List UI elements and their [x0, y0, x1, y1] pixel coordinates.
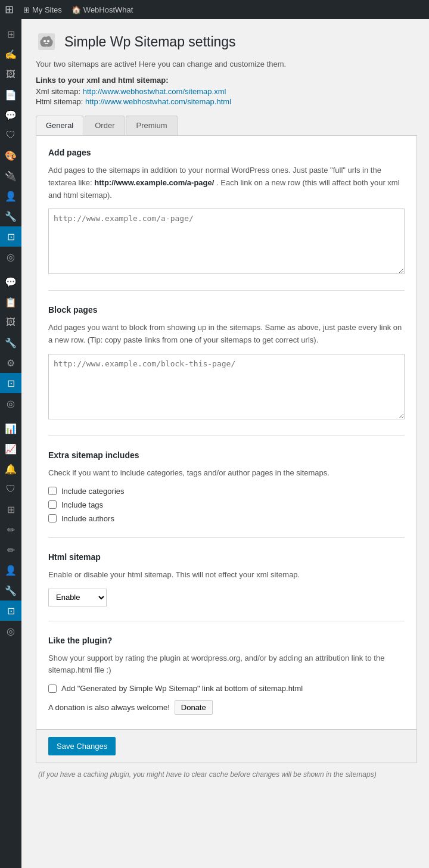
donation-text: A donation is also always welcome! — [48, 703, 170, 712]
like-plugin-desc: Show your support by rating the plugin a… — [48, 652, 405, 677]
sidebar-icon-sitemap2[interactable]: ⊡ — [0, 373, 21, 393]
intro-text: Your two sitemaps are active! Here you c… — [36, 60, 417, 69]
html-sitemap-desc: Enable or disable your html sitemap. Thi… — [48, 569, 405, 581]
divider-1 — [48, 290, 405, 291]
include-categories-label[interactable]: Include categories — [61, 487, 125, 496]
page-title: Simple Wp Sitemap settings — [64, 34, 236, 50]
sidebar-icon-comments2[interactable]: 💬 — [0, 272, 21, 292]
donate-row: A donation is also always welcome! Donat… — [48, 700, 405, 715]
sidebar-icon-analytics2[interactable]: ◎ — [0, 393, 21, 413]
sidebar-icon-sitemap3[interactable]: ⊡ — [0, 601, 21, 621]
sidebar-icon-appearance[interactable]: 🎨 — [0, 145, 21, 166]
include-tags-label[interactable]: Include tags — [61, 500, 103, 509]
sidebar-separator-1 — [0, 267, 21, 272]
include-categories-row: Include categories — [48, 487, 405, 496]
sidebar-icon-reports[interactable]: 📊 — [0, 418, 21, 438]
tab-premium[interactable]: Premium — [126, 116, 177, 135]
page-header: Simple Wp Sitemap settings — [36, 31, 417, 52]
like-plugin-section: Like the plugin? Show your support by ra… — [48, 636, 405, 715]
sidebar-icon-media2[interactable]: 🖼 — [0, 312, 21, 332]
include-authors-row: Include authors — [48, 514, 405, 523]
add-pages-textarea[interactable] — [48, 209, 405, 274]
svg-point-1 — [43, 40, 46, 42]
divider-4 — [48, 621, 405, 621]
extra-includes-section: Extra sitemap includes Check if you want… — [48, 450, 405, 523]
settings-tabs: General Order Premium — [36, 116, 417, 135]
wp-logo-icon[interactable]: ⊞ — [5, 3, 14, 16]
sidebar-icon-analytics[interactable]: ◎ — [0, 247, 21, 267]
divider-2 — [48, 435, 405, 436]
xml-url-link[interactable]: http://www.webhostwhat.com/sitemap.xml — [83, 87, 226, 96]
html-sitemap-section: Html sitemap Enable or disable your html… — [48, 552, 405, 606]
sidebar-icon-pages[interactable]: 📄 — [0, 85, 21, 105]
sidebar-icon-dashboard[interactable]: ⊞ — [0, 24, 21, 44]
sidebar-icon-posts[interactable]: ✍ — [0, 44, 21, 64]
add-pages-desc-bold: http://www.example.com/a-page/ — [94, 178, 214, 187]
sidebar-icon-table[interactable]: ⊞ — [0, 499, 21, 519]
include-authors-checkbox[interactable] — [48, 514, 57, 522]
home-icon: 🏠 — [72, 5, 81, 14]
sidebar-icon-tools[interactable]: 🔧 — [0, 206, 21, 226]
html-label: Html sitemap: — [36, 97, 83, 106]
include-tags-checkbox[interactable] — [48, 500, 57, 509]
donate-button[interactable]: Donate — [175, 700, 213, 715]
sidebar-icon-users[interactable]: 👤 — [0, 186, 21, 206]
sidebar-icon-security[interactable]: 🛡 — [0, 125, 21, 145]
my-sites-label: My Sites — [32, 5, 62, 14]
sidebar-icon-user2[interactable]: 👤 — [0, 560, 21, 580]
settings-container: Add pages Add pages to the sitemaps in a… — [36, 135, 417, 763]
sidebar-icon-settings[interactable]: ⚙ — [0, 353, 21, 373]
sidebar-icon-media[interactable]: 🖼 — [0, 64, 21, 85]
divider-3 — [48, 537, 405, 538]
sidebar-icon-notifications[interactable]: 🔔 — [0, 459, 21, 479]
include-authors-label[interactable]: Include authors — [61, 514, 114, 523]
add-pages-section: Add pages Add pages to the sitemaps in a… — [48, 148, 405, 276]
sidebar-icon-pencil[interactable]: ✏ — [0, 519, 21, 540]
add-pages-desc: Add pages to the sitemaps in addition to… — [48, 164, 405, 201]
svg-point-2 — [47, 40, 49, 42]
extra-includes-desc: Check if you want to include categories,… — [48, 467, 405, 480]
save-section: Save Changes — [36, 729, 416, 763]
site-name-label: WebHostWhat — [83, 5, 133, 14]
page-icon — [36, 31, 57, 52]
sidebar-icon-plugins[interactable]: 🔌 — [0, 166, 21, 186]
sidebar-icon-pencil2[interactable]: ✏ — [0, 540, 21, 560]
add-pages-title: Add pages — [48, 148, 405, 157]
xml-label: Xml sitemap: — [36, 87, 80, 96]
sidebar: ⊞ ✍ 🖼 📄 💬 🛡 🎨 🔌 👤 🔧 ⊡ ◎ 💬 📋 🖼 🔧 ⚙ ⊡ ◎ 📊 … — [0, 19, 21, 868]
html-sitemap-select[interactable]: EnableDisable — [48, 589, 107, 606]
links-label: Links to your xml and html sitemap: — [36, 76, 417, 85]
attribution-link-label[interactable]: Add "Generated by Simple Wp Sitemap" lin… — [61, 684, 303, 693]
main-content: Simple Wp Sitemap settings Your two site… — [21, 19, 429, 868]
sidebar-icon-tools3[interactable]: 🔧 — [0, 580, 21, 601]
sidebar-icon-comments[interactable]: 💬 — [0, 105, 21, 125]
block-pages-textarea[interactable] — [48, 354, 405, 419]
admin-bar: ⊞ ⊞ My Sites 🏠 WebHostWhat — [0, 0, 429, 19]
sidebar-icon-tools2[interactable]: 🔧 — [0, 332, 21, 353]
sidebar-icon-pages2[interactable]: 📋 — [0, 292, 21, 312]
block-pages-title: Block pages — [48, 305, 405, 315]
like-plugin-title: Like the plugin? — [48, 636, 405, 645]
block-pages-desc: Add pages you want to block from showing… — [48, 322, 405, 347]
save-changes-button[interactable]: Save Changes — [48, 737, 116, 755]
html-sitemap-row: Html sitemap: http://www.webhostwhat.com… — [36, 97, 417, 106]
include-tags-row: Include tags — [48, 500, 405, 509]
footer-note: (If you have a caching plugin, you might… — [36, 770, 417, 779]
attribution-link-checkbox[interactable] — [48, 685, 57, 693]
sidebar-icon-sitemap[interactable]: ⊡ — [0, 226, 21, 247]
include-categories-checkbox[interactable] — [48, 487, 57, 495]
sidebar-icon-security2[interactable]: 🛡 — [0, 479, 21, 499]
sidebar-icon-analytics3[interactable]: ◎ — [0, 621, 21, 641]
xml-sitemap-row: Xml sitemap: http://www.webhostwhat.com/… — [36, 87, 417, 96]
sidebar-icon-data[interactable]: 📈 — [0, 438, 21, 459]
links-section: Links to your xml and html sitemap: Xml … — [36, 76, 417, 106]
site-name-item[interactable]: 🏠 WebHostWhat — [72, 5, 133, 14]
my-sites-icon: ⊞ — [23, 5, 30, 14]
html-url-link[interactable]: http://www.webhostwhat.com/sitemap.html — [85, 97, 231, 106]
tab-order[interactable]: Order — [85, 116, 125, 135]
sidebar-separator-2 — [0, 413, 21, 418]
tab-general[interactable]: General — [36, 116, 83, 135]
html-sitemap-title: Html sitemap — [48, 552, 405, 562]
my-sites-item[interactable]: ⊞ My Sites — [23, 5, 62, 14]
attribution-link-row: Add "Generated by Simple Wp Sitemap" lin… — [48, 684, 405, 693]
